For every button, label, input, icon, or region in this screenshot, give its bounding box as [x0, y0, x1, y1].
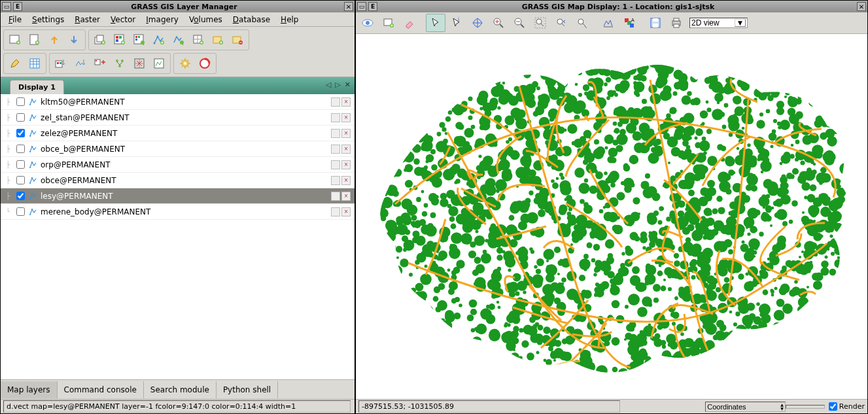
zoom-in-button[interactable]	[489, 14, 508, 32]
window-menu-button[interactable]: ▭	[357, 2, 366, 11]
save-workspace-button[interactable]	[65, 31, 83, 48]
pointer-button[interactable]	[426, 14, 445, 32]
modeler-button[interactable]	[111, 55, 129, 72]
menu-help[interactable]: Help	[275, 14, 304, 26]
chevron-down-icon[interactable]: ▼	[735, 19, 746, 27]
layer-remove-button[interactable]: ×	[341, 145, 351, 154]
overlay-button[interactable]: A	[619, 14, 639, 32]
add-raster-button[interactable]	[111, 31, 129, 48]
menu-database[interactable]: Database	[228, 14, 275, 26]
edit-vector-button[interactable]	[6, 55, 24, 72]
layer-row[interactable]: ├lesy@PERMANENT×	[1, 188, 355, 204]
new-display-button[interactable]	[6, 31, 24, 48]
map-canvas[interactable]	[356, 34, 867, 399]
menu-file[interactable]: File	[3, 14, 27, 26]
layer-visibility-checkbox[interactable]	[16, 176, 25, 184]
display-tab[interactable]: Display 1	[10, 80, 64, 94]
layer-visibility-checkbox[interactable]	[16, 192, 25, 200]
menu-settings[interactable]: Settings	[27, 14, 69, 26]
query-button[interactable]: i	[447, 14, 466, 32]
cartographic-button[interactable]	[150, 55, 168, 72]
status-mode-input[interactable]	[707, 403, 779, 411]
layer-row[interactable]: └merene_body@PERMANENT×	[1, 204, 355, 220]
view-mode-select[interactable]: ▼	[689, 18, 748, 28]
svg-point-1550	[505, 169, 512, 175]
view-mode-input[interactable]	[691, 18, 735, 27]
layer-visibility-checkbox[interactable]	[16, 113, 25, 122]
analyze-button[interactable]	[599, 14, 618, 32]
menu-volumes[interactable]: Volumes	[184, 14, 228, 26]
window-e-button[interactable]: E	[368, 2, 377, 11]
layer-remove-button[interactable]: ×	[341, 192, 351, 201]
window-menu-button[interactable]: ▭	[2, 2, 11, 11]
import-vector-button[interactable]	[71, 55, 90, 72]
add-multi-button[interactable]	[91, 31, 109, 48]
tab-map-layers[interactable]: Map layers	[1, 381, 58, 398]
close-icon[interactable]: ✕	[857, 2, 866, 11]
layer-action-button[interactable]	[331, 145, 340, 154]
layer-row[interactable]: ├zelez@PERMANENT×	[1, 126, 355, 141]
layer-action-button[interactable]	[331, 160, 340, 169]
menu-vector[interactable]: Vector	[105, 14, 141, 26]
attr-table-button[interactable]	[26, 55, 44, 72]
layer-row[interactable]: ├obce_b@PERMANENT×	[1, 141, 355, 157]
layer-action-button[interactable]	[331, 113, 340, 122]
save-display-button[interactable]	[646, 14, 665, 32]
add-vector-button[interactable]	[150, 31, 168, 48]
layer-visibility-checkbox[interactable]	[16, 97, 25, 106]
layer-action-button[interactable]	[331, 192, 340, 201]
zoom-menu-button[interactable]	[572, 14, 592, 32]
tab-search-module[interactable]: Search module	[144, 381, 217, 398]
tab-next-icon[interactable]: ▷	[335, 80, 340, 89]
layer-visibility-checkbox[interactable]	[16, 207, 25, 216]
remove-layer-button[interactable]	[228, 31, 247, 48]
render-map-button[interactable]	[358, 14, 377, 32]
new-workspace-button[interactable]	[26, 31, 44, 48]
pan-button[interactable]	[468, 14, 487, 32]
layer-remove-button[interactable]: ×	[341, 207, 351, 216]
layer-action-button[interactable]	[331, 207, 340, 216]
chevron-down-icon[interactable]: ▼	[780, 407, 784, 411]
layer-render-button[interactable]	[379, 14, 398, 32]
layer-row[interactable]: ├obce@PERMANENT×	[1, 173, 355, 188]
close-icon[interactable]: ✕	[344, 2, 353, 11]
tab-command-console[interactable]: Command console	[58, 381, 144, 398]
tab-prev-icon[interactable]: ◁	[326, 80, 331, 89]
layer-action-button[interactable]	[331, 129, 340, 138]
add-overlay-button[interactable]	[189, 31, 207, 48]
layer-action-button[interactable]	[331, 176, 340, 185]
layer-visibility-checkbox[interactable]	[16, 160, 25, 169]
layer-remove-button[interactable]: ×	[341, 113, 351, 122]
layer-remove-button[interactable]: ×	[341, 176, 351, 185]
layer-row[interactable]: ├kltm50@PERMANENT×	[1, 94, 355, 110]
add-group-button[interactable]	[209, 31, 227, 48]
zoom-out-button[interactable]	[510, 14, 529, 32]
add-raster-misc-button[interactable]	[130, 31, 148, 48]
layer-row[interactable]: ├orp@PERMANENT×	[1, 157, 355, 173]
menu-raster[interactable]: Raster	[69, 14, 105, 26]
add-vector-misc-button[interactable]	[169, 31, 188, 48]
import-raster-button[interactable]	[52, 55, 70, 72]
window-e-button[interactable]: E	[13, 2, 22, 11]
layer-remove-button[interactable]: ×	[341, 160, 351, 169]
erase-button[interactable]	[400, 14, 419, 32]
zoom-last-button[interactable]	[551, 14, 571, 32]
help-button[interactable]	[196, 55, 214, 72]
georectify-button[interactable]	[130, 55, 148, 72]
print-button[interactable]	[667, 14, 686, 32]
layer-remove-button[interactable]: ×	[341, 97, 351, 107]
layer-row[interactable]: ├zel_stan@PERMANENT×	[1, 110, 355, 126]
settings-button[interactable]	[176, 55, 194, 72]
status-mode-select[interactable]: ▲▼	[705, 402, 786, 412]
menu-imagery[interactable]: Imagery	[141, 14, 184, 26]
layer-visibility-checkbox[interactable]	[16, 129, 25, 137]
render-checkbox[interactable]: Render	[829, 402, 865, 411]
layer-action-button[interactable]	[331, 97, 340, 107]
tab-close-icon[interactable]: ✕	[345, 80, 351, 89]
layer-remove-button[interactable]: ×	[341, 129, 351, 138]
layer-visibility-checkbox[interactable]	[16, 145, 25, 153]
open-workspace-button[interactable]	[45, 31, 63, 48]
tab-python-shell[interactable]: Python shell	[217, 381, 278, 398]
zoom-extent-button[interactable]	[530, 14, 550, 32]
raster-calc-button[interactable]	[91, 55, 109, 72]
